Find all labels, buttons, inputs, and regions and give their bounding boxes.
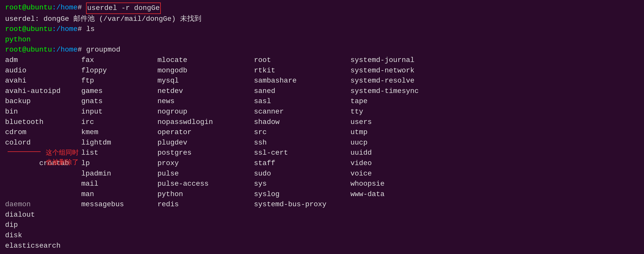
list-item: daemon <box>5 199 81 210</box>
list-item: messagebus <box>81 199 157 210</box>
list-item: dialout <box>5 210 81 220</box>
list-item: postgres <box>157 148 254 158</box>
list-item: backup <box>5 96 81 107</box>
list-item: www-data <box>350 189 452 200</box>
list-item: avahi <box>5 76 81 86</box>
list-item: saned <box>254 86 350 97</box>
error-line: userdel: dongGe 邮件池 (/var/mail/dongGe) 未… <box>5 14 639 24</box>
list-item: nogroup <box>157 107 254 117</box>
list-item: adm <box>5 55 81 66</box>
list-item: scanner <box>254 107 350 117</box>
list-item: operator <box>157 127 254 138</box>
groupmod-command: groupmod <box>86 45 120 55</box>
annotation-line2: 也被删除了 <box>46 158 79 166</box>
command-line-3: root@ubuntu:/home# groupmod <box>5 45 639 55</box>
col-5: systemd-journal systemd-network systemd-… <box>350 55 452 251</box>
list-item: fax <box>81 55 157 66</box>
python-line: python <box>5 35 639 45</box>
python-output: python <box>5 35 31 45</box>
list-item: gnats <box>81 96 157 107</box>
col-3: mlocate mongodb mysql netdev news nogrou… <box>157 55 254 251</box>
highlighted-command: userdel -r dongGe <box>86 3 161 14</box>
groups-list: adm audio avahi avahi-autoipd backup bin… <box>5 55 639 251</box>
list-item: dip <box>5 220 81 230</box>
list-item: input <box>81 107 157 117</box>
list-item: voice <box>350 169 452 179</box>
list-item: lightdm <box>81 138 157 148</box>
list-item: systemd-network <box>350 66 452 76</box>
ls-command: ls <box>86 24 95 35</box>
list-item: pulse <box>157 169 254 179</box>
list-item: pulse-access <box>157 179 254 189</box>
list-item: man <box>81 189 157 200</box>
list-item: cdrom <box>5 127 81 138</box>
list-item: systemd-resolve <box>350 76 452 86</box>
prompt-user-2: root@ubuntu <box>5 24 52 35</box>
list-item: mail <box>81 179 157 189</box>
list-item: systemd-bus-proxy <box>254 199 350 210</box>
command-line-2: root@ubuntu:/home# ls <box>5 24 639 35</box>
list-item: sambashare <box>254 76 350 86</box>
strikethrough-decoration <box>8 151 41 152</box>
list-item: mysql <box>157 76 254 86</box>
list-item: systemd-timesync <box>350 86 452 97</box>
list-item: staff <box>254 158 350 169</box>
col-2: fax floppy ftp games gnats input irc kme… <box>81 55 157 251</box>
list-item: news <box>157 96 254 107</box>
list-item: plugdev <box>157 138 254 148</box>
list-item: python <box>157 189 254 200</box>
list-item: sys <box>254 179 350 189</box>
list-item: uucp <box>350 138 452 148</box>
annotation-text: 这个组同时 也被删除了 <box>46 148 79 167</box>
list-item: uuidd <box>350 148 452 158</box>
list-item: root <box>254 55 350 66</box>
terminal: root@ubuntu:/home# userdel -r dongGe use… <box>0 0 644 254</box>
prompt-user-3: root@ubuntu <box>5 45 52 55</box>
list-item: mongodb <box>157 66 254 76</box>
list-item: disk <box>5 230 81 241</box>
list-item: sasl <box>254 96 350 107</box>
list-item: avahi-autoipd <box>5 86 81 97</box>
list-item: shadow <box>254 117 350 128</box>
list-item: games <box>81 86 157 97</box>
list-item: tape <box>350 96 452 107</box>
command-line-1: root@ubuntu:/home# userdel -r dongGe <box>5 3 639 14</box>
list-item: netdev <box>157 86 254 97</box>
prompt-hash-3: # <box>78 45 86 55</box>
prompt-user-1: root@ubuntu <box>5 3 52 14</box>
list-item: floppy <box>81 66 157 76</box>
list-item: proxy <box>157 158 254 169</box>
list-item: nopasswdlogin <box>157 117 254 128</box>
prompt-hash-1: # <box>78 3 86 14</box>
list-item: whoopsie <box>350 179 452 189</box>
list-item: redis <box>157 199 254 210</box>
list-item: ssl-cert <box>254 148 350 158</box>
list-item: syslog <box>254 189 350 200</box>
list-item: bluetooth <box>5 117 81 128</box>
list-item: mlocate <box>157 55 254 66</box>
list-item: src <box>254 127 350 138</box>
prompt-path-3: :/home <box>52 45 78 55</box>
list-item: colord <box>5 138 81 148</box>
list-item: tty <box>350 107 452 117</box>
list-item-crontab: crontab 这个组同时 也被删除了 <box>5 148 81 199</box>
list-item: kmem <box>81 127 157 138</box>
list-item: lpadmin <box>81 169 157 179</box>
list-item: sudo <box>254 169 350 179</box>
list-item: list <box>81 148 157 158</box>
list-item: ssh <box>254 138 350 148</box>
list-item: users <box>350 117 452 128</box>
list-item: elasticsearch <box>5 241 81 251</box>
annotation-line1: 这个组同时 <box>46 149 79 156</box>
col-1: adm audio avahi avahi-autoipd backup bin… <box>5 55 81 251</box>
prompt-path-2: :/home <box>52 24 78 35</box>
list-item: audio <box>5 66 81 76</box>
prompt-path-1: :/home <box>52 3 78 14</box>
col-4: root rtkit sambashare saned sasl scanner… <box>254 55 350 251</box>
list-item: bin <box>5 107 81 117</box>
error-message: userdel: dongGe 邮件池 (/var/mail/dongGe) 未… <box>5 14 201 24</box>
list-item: ftp <box>81 76 157 86</box>
list-item: rtkit <box>254 66 350 76</box>
list-item: systemd-journal <box>350 55 452 66</box>
list-item: utmp <box>350 127 452 138</box>
